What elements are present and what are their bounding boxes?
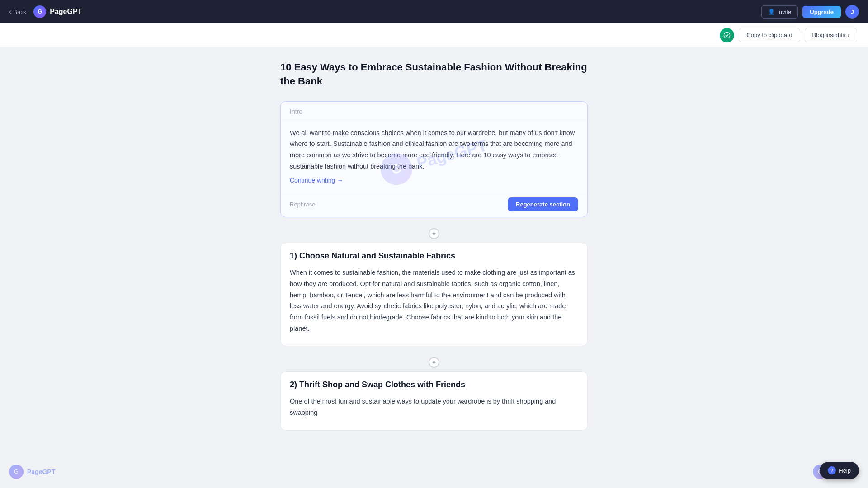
logo-text: PageGPT <box>50 8 82 16</box>
copy-clipboard-button[interactable]: Copy to clipboard <box>739 28 800 42</box>
section-2-card: 2) Thrift Shop and Swap Clothes with Fri… <box>280 371 588 430</box>
logo-icon: G <box>33 5 46 18</box>
intro-section: Intro We all want to make conscious choi… <box>280 101 588 218</box>
help-label: Help <box>839 467 851 474</box>
navbar: Back G PageGPT Invite Upgrade J <box>0 0 868 23</box>
status-icon <box>720 28 734 42</box>
connector-1: ✦ <box>280 225 588 243</box>
article-title: 10 Easy Ways to Embrace Sustainable Fash… <box>280 61 588 89</box>
avatar[interactable]: J <box>845 5 859 19</box>
intro-footer: Rephrase Regenerate section <box>281 192 587 217</box>
help-button[interactable]: ? Help <box>820 462 859 479</box>
logo: G PageGPT <box>33 5 82 18</box>
section-1-card: 1) Choose Natural and Sustainable Fabric… <box>280 243 588 346</box>
section-1-body: 1) Choose Natural and Sustainable Fabric… <box>281 243 587 346</box>
add-section-button[interactable]: ✦ <box>429 228 439 239</box>
article-container: 10 Easy Ways to Embrace Sustainable Fash… <box>280 61 588 438</box>
bottom-watermark-left: G PageGPT <box>9 465 55 479</box>
continue-writing-link[interactable]: Continue writing <box>290 177 343 184</box>
intro-body: We all want to make conscious choices wh… <box>281 120 587 192</box>
connector-2: ✦ <box>280 353 588 371</box>
section-2-text: One of the most fun and sustainable ways… <box>290 396 578 418</box>
section-2-body: 2) Thrift Shop and Swap Clothes with Fri… <box>281 372 587 430</box>
regenerate-button[interactable]: Regenerate section <box>508 197 578 211</box>
nav-right: Invite Upgrade J <box>761 5 859 19</box>
section-1-text: When it comes to sustainable fashion, th… <box>290 267 578 334</box>
section-1-heading: 1) Choose Natural and Sustainable Fabric… <box>290 250 578 262</box>
invite-button[interactable]: Invite <box>761 5 798 19</box>
upgrade-button[interactable]: Upgrade <box>802 6 841 18</box>
bottom-watermark-icon: G <box>9 465 24 479</box>
blog-insights-button[interactable]: Blog insights <box>805 28 857 42</box>
help-icon: ? <box>828 466 836 474</box>
intro-label: Intro <box>281 102 587 120</box>
section-2-heading: 2) Thrift Shop and Swap Clothes with Fri… <box>290 379 578 390</box>
back-button[interactable]: Back <box>9 8 26 16</box>
rephrase-label: Rephrase <box>290 201 315 208</box>
intro-text: We all want to make conscious choices wh… <box>290 127 578 172</box>
toolbar: Copy to clipboard Blog insights <box>0 23 868 47</box>
bottom-watermark-text: PageGPT <box>27 468 55 475</box>
svg-point-0 <box>724 32 730 38</box>
add-section-button-2[interactable]: ✦ <box>429 357 439 368</box>
main-content: 10 Easy Ways to Embrace Sustainable Fash… <box>0 47 868 488</box>
